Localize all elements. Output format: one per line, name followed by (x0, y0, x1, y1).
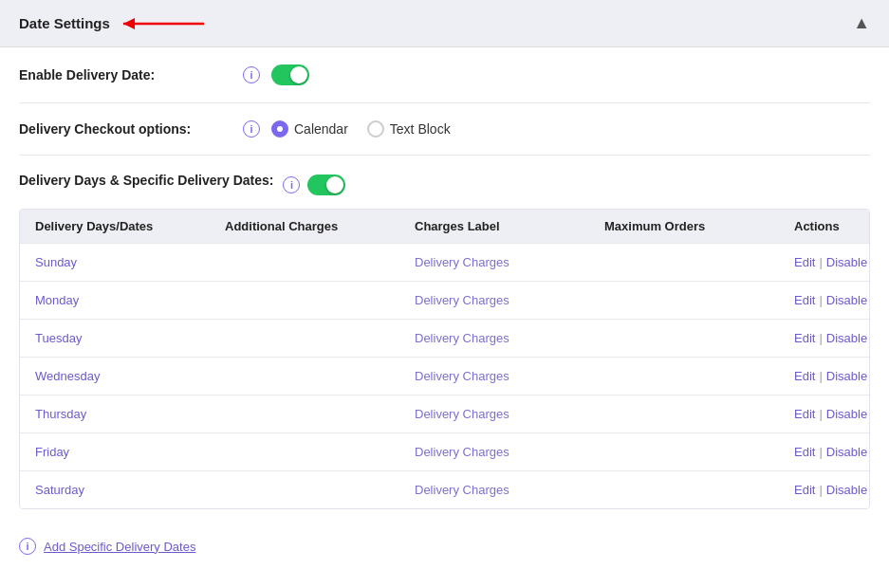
disable-sunday[interactable]: Disable (826, 255, 867, 269)
divider-friday: | (819, 445, 822, 459)
add-dates-info-icon[interactable]: i (19, 538, 36, 555)
content-area: Enable Delivery Date: i Delivery Checkou… (0, 47, 889, 574)
table-row: Friday Delivery Charges Edit | Disable (20, 432, 869, 470)
edit-friday[interactable]: Edit (794, 445, 815, 459)
enable-delivery-label: Enable Delivery Date: (19, 67, 228, 83)
delivery-days-controls: i (283, 175, 345, 195)
enable-delivery-controls: i (243, 64, 309, 85)
edit-monday[interactable]: Edit (794, 293, 815, 307)
section-header: Date Settings ▲ (0, 0, 889, 47)
add-dates-link[interactable]: Add Specific Delivery Dates (44, 540, 195, 554)
day-wednesday: Wednesday (35, 369, 225, 383)
delivery-days-section: Delivery Days & Specific Delivery Dates:… (19, 156, 870, 574)
disable-friday[interactable]: Disable (826, 445, 867, 459)
charges-label-sunday: Delivery Charges (415, 255, 604, 269)
divider-saturday: | (819, 483, 822, 497)
svg-marker-1 (123, 18, 135, 29)
divider-wednesday: | (819, 369, 822, 383)
actions-saturday: Edit | Disable (794, 483, 867, 497)
charges-label-saturday: Delivery Charges (415, 483, 604, 497)
delivery-days-table: Delivery Days/Dates Additional Charges C… (19, 209, 870, 509)
radio-calendar-label: Calendar (294, 121, 348, 137)
header-left: Date Settings (19, 14, 209, 33)
radio-calendar-circle[interactable] (271, 120, 288, 138)
day-tuesday: Tuesday (35, 331, 225, 345)
enable-delivery-info-icon[interactable]: i (243, 66, 260, 83)
disable-thursday[interactable]: Disable (826, 407, 867, 421)
col-header-days: Delivery Days/Dates (35, 219, 225, 233)
day-saturday: Saturday (35, 483, 225, 497)
disable-monday[interactable]: Disable (826, 293, 867, 307)
table-row: Wednesday Delivery Charges Edit | Disabl… (20, 357, 869, 395)
table-row: Saturday Delivery Charges Edit | Disable (20, 470, 869, 508)
delivery-days-info-icon[interactable]: i (283, 176, 300, 193)
table-row: Monday Delivery Charges Edit | Disable (20, 281, 869, 319)
page-container: Date Settings ▲ Enable Delivery Date: i … (0, 0, 889, 588)
charges-label-monday: Delivery Charges (415, 293, 604, 307)
day-friday: Friday (35, 445, 225, 459)
divider-tuesday: | (819, 331, 822, 345)
section-title: Date Settings (19, 15, 110, 31)
actions-tuesday: Edit | Disable (794, 331, 867, 345)
edit-saturday[interactable]: Edit (794, 483, 815, 497)
col-header-max-orders: Maximum Orders (604, 219, 794, 233)
edit-thursday[interactable]: Edit (794, 407, 815, 421)
enable-delivery-row: Enable Delivery Date: i (19, 47, 870, 103)
table-row: Sunday Delivery Charges Edit | Disable (20, 243, 869, 281)
day-thursday: Thursday (35, 407, 225, 421)
actions-thursday: Edit | Disable (794, 407, 867, 421)
charges-label-thursday: Delivery Charges (415, 407, 604, 421)
col-header-label: Charges Label (415, 219, 604, 233)
actions-monday: Edit | Disable (794, 293, 867, 307)
charges-label-tuesday: Delivery Charges (415, 331, 604, 345)
actions-sunday: Edit | Disable (794, 255, 867, 269)
divider-monday: | (819, 293, 822, 307)
actions-friday: Edit | Disable (794, 445, 867, 459)
red-arrow-icon (123, 14, 209, 33)
delivery-checkout-info-icon[interactable]: i (243, 120, 260, 138)
delivery-checkout-row: Delivery Checkout options: i Calendar Te… (19, 103, 870, 156)
edit-wednesday[interactable]: Edit (794, 369, 815, 383)
disable-tuesday[interactable]: Disable (826, 331, 867, 345)
actions-wednesday: Edit | Disable (794, 369, 867, 383)
edit-tuesday[interactable]: Edit (794, 331, 815, 345)
delivery-checkout-label: Delivery Checkout options: (19, 121, 228, 137)
radio-calendar[interactable]: Calendar (271, 120, 348, 138)
table-header: Delivery Days/Dates Additional Charges C… (20, 210, 869, 243)
disable-saturday[interactable]: Disable (826, 483, 867, 497)
col-header-charges: Additional Charges (225, 219, 415, 233)
table-row: Tuesday Delivery Charges Edit | Disable (20, 319, 869, 357)
radio-text-block-label: Text Block (390, 121, 451, 137)
day-sunday: Sunday (35, 255, 225, 269)
edit-sunday[interactable]: Edit (794, 255, 815, 269)
charges-label-friday: Delivery Charges (415, 445, 604, 459)
table-row: Thursday Delivery Charges Edit | Disable (20, 395, 869, 432)
collapse-button[interactable]: ▲ (853, 13, 870, 33)
delivery-checkout-controls: i Calendar Text Block (243, 120, 451, 138)
radio-text-block[interactable]: Text Block (367, 120, 451, 138)
delivery-days-label: Delivery Days & Specific Delivery Dates: (19, 173, 273, 188)
add-dates-row: i Add Specific Delivery Dates (19, 524, 870, 560)
checkout-radio-group: Calendar Text Block (271, 120, 451, 138)
disable-wednesday[interactable]: Disable (826, 369, 867, 383)
delivery-days-toggle[interactable] (307, 175, 345, 195)
col-header-actions: Actions (794, 219, 854, 233)
radio-text-block-circle[interactable] (367, 120, 384, 138)
divider-thursday: | (819, 407, 822, 421)
divider-sunday: | (819, 255, 822, 269)
day-monday: Monday (35, 293, 225, 307)
charges-label-wednesday: Delivery Charges (415, 369, 604, 383)
enable-delivery-toggle[interactable] (271, 64, 309, 85)
